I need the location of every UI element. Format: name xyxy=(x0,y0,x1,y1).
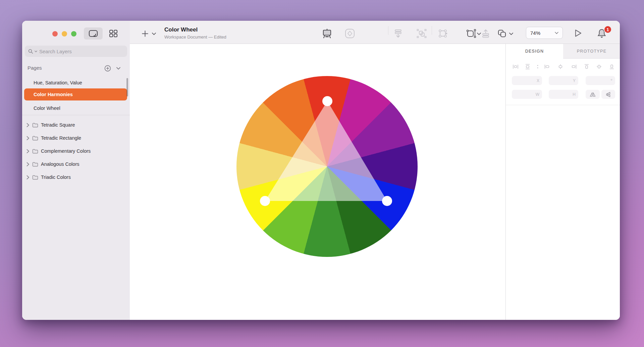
flip-vertical-button[interactable] xyxy=(601,90,615,99)
layer-folder-row[interactable]: Tetradic Square xyxy=(24,119,127,131)
inspector-panel: DESIGN PROTOTYPE xyxy=(505,44,620,320)
search-scope-chevron-icon xyxy=(35,51,37,52)
field-label: H xyxy=(573,92,576,97)
flip-horizontal-icon xyxy=(590,92,596,97)
zoom-dropdown[interactable]: 74% xyxy=(526,27,563,39)
page-item-label: Color Wheel xyxy=(34,106,60,111)
bring-forward-button[interactable] xyxy=(481,29,490,38)
x-position-field[interactable]: X xyxy=(512,76,542,85)
artboard-button[interactable] xyxy=(322,29,332,38)
folder-icon xyxy=(32,136,38,141)
align-top-icon[interactable] xyxy=(584,64,590,70)
more-options-icon[interactable] xyxy=(535,64,541,70)
insert-plus-button[interactable] xyxy=(142,30,149,37)
grid-view-icon xyxy=(109,29,118,38)
detach-component-button[interactable] xyxy=(438,29,448,38)
align-right-icon[interactable] xyxy=(571,64,577,70)
pages-header: Pages xyxy=(22,64,130,73)
layer-folder-row[interactable]: Analogous Colors xyxy=(24,158,127,170)
collapse-pages-chevron-icon[interactable] xyxy=(116,67,120,70)
distribute-vertical-icon[interactable] xyxy=(525,64,531,70)
layer-folder-row[interactable]: Tetradic Rectangle xyxy=(24,132,127,144)
zoom-value: 74% xyxy=(530,30,540,36)
frame-chevron-icon[interactable] xyxy=(477,32,481,35)
layer-list-view-toggle[interactable] xyxy=(84,27,103,40)
create-component-icon xyxy=(417,29,427,38)
field-label: ° xyxy=(610,78,612,83)
layer-label: Tetradic Rectangle xyxy=(41,135,81,141)
align-bottom-icon[interactable] xyxy=(609,64,615,70)
folder-icon xyxy=(32,162,38,167)
height-field[interactable]: H xyxy=(549,90,578,99)
search-input[interactable] xyxy=(39,48,124,55)
folder-icon xyxy=(32,149,38,154)
send-backward-button[interactable] xyxy=(394,29,402,38)
document-subtitle: Workspace Document — Edited xyxy=(164,34,226,40)
toolbar-divider xyxy=(388,26,388,35)
layer-folder-row[interactable]: Complementary Colors xyxy=(24,145,127,157)
traffic-light-close[interactable] xyxy=(52,31,58,37)
duplicate-button[interactable] xyxy=(497,29,507,38)
disclosure-chevron-icon[interactable] xyxy=(26,175,30,180)
harmony-triangle[interactable] xyxy=(265,101,387,201)
disclosure-chevron-icon[interactable] xyxy=(26,149,30,153)
send-backward-icon xyxy=(394,29,402,38)
create-component-button[interactable] xyxy=(417,29,427,38)
tab-label: PROTOTYPE xyxy=(577,49,607,54)
align-center-vertical-icon[interactable] xyxy=(596,64,602,70)
layer-folder-row[interactable]: Triadic Colors xyxy=(24,171,127,184)
duplicate-chevron-icon[interactable] xyxy=(509,32,513,35)
traffic-light-zoom[interactable] xyxy=(71,31,76,37)
symbol-diamond-icon xyxy=(345,28,355,39)
play-prototype-button[interactable] xyxy=(574,29,582,37)
disclosure-chevron-icon[interactable] xyxy=(26,136,30,140)
width-field[interactable]: W xyxy=(512,90,542,99)
flip-horizontal-button[interactable] xyxy=(586,90,600,99)
sidebar-scrollbar[interactable] xyxy=(126,78,128,96)
distribute-horizontal-icon[interactable] xyxy=(513,64,519,70)
add-page-button[interactable] xyxy=(104,65,111,72)
layer-label: Complementary Colors xyxy=(41,148,91,154)
rotation-field[interactable]: ° xyxy=(586,76,615,85)
tab-prototype[interactable]: PROTOTYPE xyxy=(563,44,620,59)
align-left-icon[interactable] xyxy=(544,64,550,70)
page-item-0[interactable]: Hue, Saturation, Value xyxy=(24,77,127,89)
harmony-handle[interactable] xyxy=(260,196,270,206)
inspector-divider xyxy=(506,105,620,105)
harmony-handle[interactable] xyxy=(382,196,392,206)
document-title-block: Color Wheel Workspace Document — Edited xyxy=(164,26,226,40)
folder-icon xyxy=(32,175,38,180)
resize-frame-button[interactable] xyxy=(466,29,476,38)
search-field[interactable] xyxy=(25,46,127,57)
layer-label: Analogous Colors xyxy=(41,161,79,167)
page-item-label: Hue, Saturation, Value xyxy=(34,80,82,85)
disclosure-chevron-icon[interactable] xyxy=(26,123,30,127)
field-label: W xyxy=(536,92,539,97)
y-position-field[interactable]: Y xyxy=(549,76,578,85)
tab-design[interactable]: DESIGN xyxy=(506,44,563,59)
harmony-overlay xyxy=(130,44,505,320)
components-view-toggle[interactable] xyxy=(107,27,119,40)
harmony-handle[interactable] xyxy=(322,96,332,106)
align-center-horizontal-icon[interactable] xyxy=(557,64,564,70)
notification-count: 1 xyxy=(606,27,609,32)
insert-chevron-icon[interactable] xyxy=(152,32,156,35)
search-icon xyxy=(28,49,33,54)
pages-title: Pages xyxy=(28,65,42,71)
document-title: Color Wheel xyxy=(164,26,226,33)
play-icon xyxy=(574,29,582,37)
page-item-label: Color Harmonies xyxy=(34,92,73,97)
disclosure-chevron-icon[interactable] xyxy=(26,162,30,166)
field-label: X xyxy=(537,78,539,83)
symbols-button[interactable] xyxy=(345,28,355,39)
field-label: Y xyxy=(573,78,576,83)
flip-vertical-icon xyxy=(605,92,611,97)
toolbar: Color Wheel Workspace Document — Edited xyxy=(130,21,620,44)
sidebar: Pages Hue, Saturation, Value Color Harmo… xyxy=(22,21,130,320)
page-item-2[interactable]: Color Wheel xyxy=(24,102,127,114)
layer-label: Tetradic Square xyxy=(41,122,75,128)
tab-label: DESIGN xyxy=(525,49,544,54)
traffic-light-minimize[interactable] xyxy=(62,31,67,37)
page-item-1[interactable]: Color Harmonies xyxy=(24,88,127,100)
duplicate-icon xyxy=(497,29,507,38)
